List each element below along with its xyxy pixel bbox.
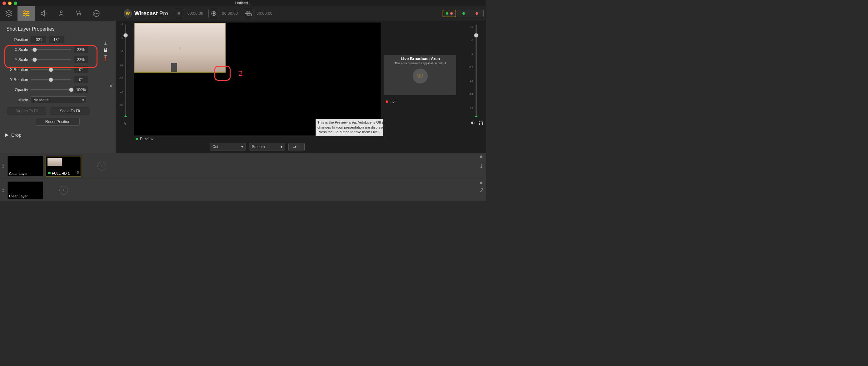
annotation-number-1: 1 xyxy=(104,55,107,63)
matte-row: Matte No Matte ▾ xyxy=(5,96,111,104)
window-close-button[interactable] xyxy=(2,2,6,5)
x-rotation-row: X Rotation 0° xyxy=(5,66,111,73)
matte-select[interactable]: No Matte ▾ xyxy=(31,96,87,104)
collapse-panel-button[interactable]: « xyxy=(110,82,113,90)
transition-smooth-select[interactable]: Smooth▾ xyxy=(249,143,285,150)
add-shot-button[interactable]: ＋ xyxy=(97,162,106,170)
clear-layer-shot[interactable]: Clear Layer xyxy=(7,181,43,199)
opacity-slider[interactable] xyxy=(31,89,71,90)
gear-icon[interactable]: ⚙ xyxy=(76,170,80,174)
window-controls xyxy=(2,2,17,5)
go-dot-icon: ○ xyxy=(299,146,300,148)
matte-label: Matte xyxy=(6,98,28,102)
scale-to-fit-button[interactable]: Scale To Fit xyxy=(50,107,90,115)
app-name: Wirecast Pro xyxy=(134,10,168,17)
go-button[interactable]: ➔ ○ xyxy=(288,143,305,151)
opacity-value[interactable]: 100% xyxy=(74,86,88,93)
shot-thumbnail-preview xyxy=(48,158,62,166)
svg-point-0 xyxy=(24,11,25,12)
title-bar: Untitled 1 xyxy=(0,0,486,6)
live-area-subtitle: This area represents application output xyxy=(395,61,446,65)
reset-position-button[interactable]: Reset Position xyxy=(36,118,80,126)
position-x-input[interactable]: -321 xyxy=(31,36,46,43)
layer-visible-dot[interactable] xyxy=(480,182,483,184)
clear-layer-label: Clear Layer xyxy=(8,194,43,199)
stretch-to-fit-button[interactable]: Stretch To Fit xyxy=(7,107,47,115)
crop-section-header[interactable]: ▶ Crop xyxy=(5,132,111,138)
link-top-icon xyxy=(104,42,107,45)
full-hd-1-shot[interactable]: FULL HD 1 ⚙ xyxy=(45,156,81,176)
layout-preview-button[interactable] xyxy=(457,10,470,17)
opacity-label: Opacity xyxy=(6,88,28,92)
position-y-input[interactable]: 182 xyxy=(49,36,64,43)
x-scale-value[interactable]: 33% xyxy=(74,46,88,53)
chroma-key-tab[interactable] xyxy=(53,6,70,21)
matte-value: No Matte xyxy=(33,98,49,102)
play-icon: ▶ xyxy=(5,132,9,138)
live-broadcast-placeholder: Live Broadcast Area This area represents… xyxy=(384,55,456,95)
y-rotation-value[interactable]: 0° xyxy=(74,76,88,83)
transition-cut-select[interactable]: Cut▾ xyxy=(210,143,246,150)
headphones-icon[interactable] xyxy=(478,120,484,126)
live-region: Live Broadcast Area This area represents… xyxy=(383,21,486,153)
preview-indicator-dot xyxy=(48,172,51,174)
mic-icon[interactable] xyxy=(122,120,129,128)
layout-both-button[interactable] xyxy=(443,10,456,17)
stream-button[interactable] xyxy=(174,9,184,18)
transition-controls: Cut▾ Smooth▾ ➔ ○ xyxy=(133,143,381,151)
live-status-dot xyxy=(385,101,388,103)
position-row: Position -321 182 xyxy=(5,36,111,43)
layer-reorder-arrows[interactable]: ▲▼ xyxy=(0,163,6,169)
x-rotation-value[interactable]: 0° xyxy=(74,66,88,73)
y-scale-slider[interactable] xyxy=(31,59,71,60)
window-zoom-button[interactable] xyxy=(14,2,17,5)
speaker-icon[interactable] xyxy=(470,120,475,126)
y-rotation-slider[interactable] xyxy=(31,79,71,80)
clear-layer-shot[interactable]: Clear Layer xyxy=(7,156,43,176)
layout-live-button[interactable] xyxy=(470,10,484,17)
wirecast-logo-faded-icon: W xyxy=(413,68,428,84)
more-tab[interactable] xyxy=(88,6,105,21)
svg-point-15 xyxy=(213,12,215,15)
shot-layers-area: ▲▼ Clear Layer FULL HD 1 ⚙ ＋ 1 ▲▼ Clear … xyxy=(0,153,486,201)
iso-label-top: ISO xyxy=(246,11,250,13)
opacity-row: Opacity 100% xyxy=(5,86,111,93)
shot-layers-tab[interactable] xyxy=(0,6,18,21)
svg-point-9 xyxy=(60,11,62,13)
svg-point-12 xyxy=(96,13,97,14)
position-label: Position xyxy=(6,37,28,42)
chevron-down-icon: ▾ xyxy=(241,144,243,149)
preview-area: ✶ 2 This is the Preview area. AutoLive i… xyxy=(131,21,383,153)
y-scale-value[interactable]: 33% xyxy=(74,56,88,63)
layout-toggle-group xyxy=(442,10,484,17)
record-timecode: 00:00:00 xyxy=(222,11,238,16)
svg-point-11 xyxy=(94,13,95,14)
center-anchor-icon: ✶ xyxy=(179,46,181,50)
stream-timecode: 00:00:00 xyxy=(187,11,204,16)
preview-canvas[interactable]: ✶ 2 This is the Preview area. AutoLive i… xyxy=(134,23,380,136)
layer-row-1: ▲▼ Clear Layer FULL HD 1 ⚙ ＋ 1 xyxy=(0,153,486,179)
meter-scale-labels-right: +60-6 -12-18-24 -36 xyxy=(467,26,473,120)
lock-icon[interactable] xyxy=(103,48,108,53)
smooth-transition-tab[interactable] xyxy=(70,6,88,21)
x-rotation-slider[interactable] xyxy=(31,69,71,71)
window-minimize-button[interactable] xyxy=(8,2,11,5)
annotation-number-2: 2 xyxy=(239,69,243,78)
chevron-down-icon: ▾ xyxy=(82,98,84,102)
layer-visible-dot[interactable] xyxy=(480,156,483,158)
arrow-right-icon: ➔ xyxy=(293,144,297,149)
preview-status-dot xyxy=(135,138,138,140)
audio-tab[interactable] xyxy=(35,6,53,21)
preview-volume-slider[interactable] xyxy=(125,24,126,115)
live-volume-slider[interactable] xyxy=(475,24,477,115)
shot-properties-tab[interactable] xyxy=(18,6,35,21)
record-button[interactable] xyxy=(208,9,219,18)
main-content: Shot Layer Properties Position -321 182 … xyxy=(0,21,486,153)
layer-row-2: ▲▼ Clear Layer ＋ 2 xyxy=(0,179,486,201)
iso-record-button[interactable]: ISO REC xyxy=(243,9,253,18)
live-status-label: Live xyxy=(385,100,397,104)
layer-reorder-arrows[interactable]: ▲▼ xyxy=(0,187,6,193)
video-source-frame[interactable]: ✶ xyxy=(134,23,226,73)
add-shot-button[interactable]: ＋ xyxy=(59,186,68,195)
x-scale-slider[interactable] xyxy=(31,49,71,50)
